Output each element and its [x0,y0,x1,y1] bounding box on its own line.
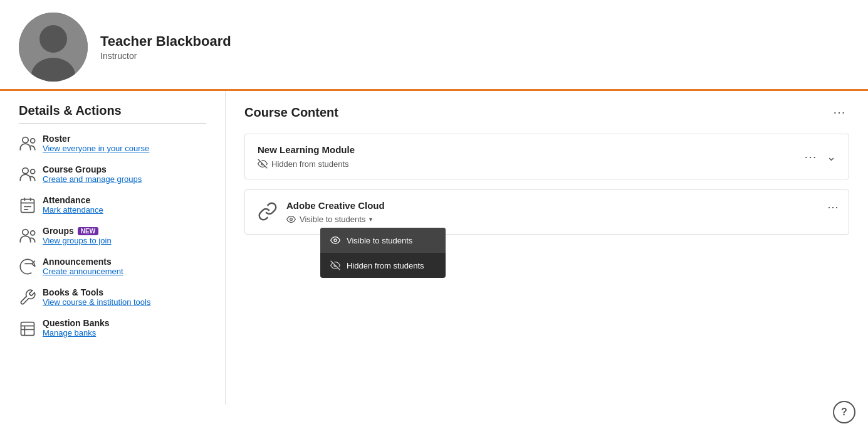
visible-option-eye-icon [330,235,340,245]
svg-point-21 [334,239,337,242]
groups-icon [19,227,36,245]
svg-point-6 [31,169,35,174]
learning-module-card-header: New Learning Module Hidden from students… [245,134,849,179]
adobe-more-button[interactable]: ⋯ [827,200,839,214]
svg-point-13 [23,230,28,235]
question-banks-content: Question Banks Manage banks [43,318,110,338]
svg-point-5 [23,168,28,174]
learning-module-more-button[interactable]: ⋯ [800,148,820,166]
sidebar: Details & Actions Roster View everyone i… [0,91,226,405]
visible-to-students-option[interactable]: Visible to students [320,228,446,253]
learning-module-left: New Learning Module Hidden from students [258,144,355,169]
attendance-icon [19,196,36,214]
user-name: Teacher Blackboard [100,33,231,50]
course-groups-title: Course Groups [43,164,142,174]
sidebar-item-groups: Groups NEW View groups to join [19,226,206,245]
question-banks-link[interactable]: Manage banks [43,328,110,338]
learning-module-actions: ⋯ ⌄ [800,148,836,166]
sidebar-item-course-groups: Course Groups Create and manage groups [19,164,206,184]
announcements-link[interactable]: Create announcement [43,267,123,276]
svg-point-3 [23,137,28,143]
dropdown-arrow-icon: ▾ [369,216,372,223]
visible-eye-icon [286,215,296,224]
groups-content: Groups NEW View groups to join [43,226,112,245]
sidebar-title: Details & Actions [19,104,206,124]
adobe-status-button[interactable]: Visible to students ▾ [286,215,836,224]
svg-rect-7 [21,199,34,213]
content-more-button[interactable]: ⋯ [829,104,849,121]
attendance-link[interactable]: Mark attendance [43,205,103,215]
hidden-from-students-option[interactable]: Hidden from students [320,253,446,278]
course-groups-icon [19,166,36,183]
books-tools-icon [19,289,36,306]
groups-link[interactable]: View groups to join [43,236,112,245]
avatar [19,13,88,82]
announcements-content: Announcements Create announcement [43,257,123,276]
adobe-title: Adobe Creative Cloud [286,200,836,211]
announcements-icon [19,258,36,275]
roster-icon [19,135,36,152]
sidebar-item-roster: Roster View everyone in your course [19,134,206,153]
learning-module-title: New Learning Module [258,144,355,155]
announcements-title: Announcements [43,257,123,267]
adobe-content: Adobe Creative Cloud Visible to students… [286,200,836,224]
main-layout: Details & Actions Roster View everyone i… [0,91,868,405]
learning-module-status: Hidden from students [258,159,355,169]
question-banks-icon [19,319,36,337]
sidebar-item-books-tools: Books & Tools View course & institution … [19,287,206,307]
attendance-content: Attendance Mark attendance [43,195,103,215]
learning-module-card: New Learning Module Hidden from students… [244,134,849,179]
main-content: Course Content ⋯ New Learning Module Hid… [226,91,868,405]
groups-title: Groups NEW [43,226,112,236]
page-header: Teacher Blackboard Instructor [0,0,868,82]
roster-title: Roster [43,134,149,144]
visibility-dropdown: Visible to students Hidden from students [320,228,446,278]
sidebar-item-announcements: Announcements Create announcement [19,257,206,276]
content-header: Course Content ⋯ [244,104,849,121]
sidebar-item-question-banks: Question Banks Manage banks [19,318,206,338]
new-badge: NEW [78,227,98,235]
hidden-eye-icon [258,159,268,169]
roster-content: Roster View everyone in your course [43,134,149,153]
svg-point-1 [39,25,67,53]
books-tools-content: Books & Tools View course & institution … [43,287,150,307]
user-role: Instructor [100,51,231,61]
link-icon [258,201,278,223]
learning-module-expand-button[interactable]: ⌄ [827,150,836,164]
adobe-cloud-card: Adobe Creative Cloud Visible to students… [244,189,849,235]
roster-link[interactable]: View everyone in your course [43,144,149,153]
attendance-title: Attendance [43,195,103,205]
svg-point-20 [290,218,293,221]
svg-rect-15 [21,322,34,336]
svg-point-4 [31,139,35,143]
hidden-option-eye-icon [330,260,340,270]
question-banks-title: Question Banks [43,318,110,328]
sidebar-item-attendance: Attendance Mark attendance [19,195,206,215]
content-title: Course Content [244,105,338,120]
books-tools-link[interactable]: View course & institution tools [43,297,150,307]
books-tools-title: Books & Tools [43,287,150,297]
course-groups-content: Course Groups Create and manage groups [43,164,142,184]
svg-point-14 [31,231,35,235]
course-groups-link[interactable]: Create and manage groups [43,174,142,184]
header-info: Teacher Blackboard Instructor [100,33,231,61]
